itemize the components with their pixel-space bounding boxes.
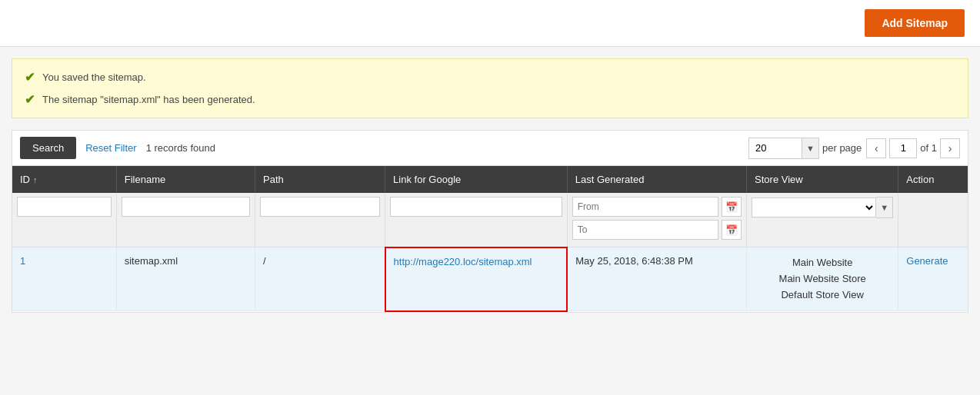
add-sitemap-button[interactable]: Add Sitemap <box>865 9 965 37</box>
per-page-chevron[interactable]: ▼ <box>802 138 819 159</box>
th-store-view: Store View <box>747 166 898 193</box>
records-found: 1 records found <box>146 142 215 154</box>
row-storeview-cell: Main Website Main Website Store Default … <box>747 247 898 311</box>
from-date-wrap: 📅 <box>572 197 742 217</box>
filter-path-input[interactable] <box>260 197 380 217</box>
th-id: ID ↑ <box>12 166 116 193</box>
store-view-line2: Main Website Store <box>755 271 890 287</box>
filter-action-cell <box>898 193 968 247</box>
success-text-2: The sitemap "sitemap.xml" has been gener… <box>42 94 255 105</box>
filter-link-cell <box>385 193 568 247</box>
prev-page-button[interactable]: ‹ <box>866 138 886 158</box>
toolbar-left: Search Reset Filter 1 records found <box>20 137 215 159</box>
success-message-1: ✔ You saved the sitemap. <box>25 70 952 85</box>
to-calendar-icon[interactable]: 📅 <box>722 220 742 240</box>
chevron-down-icon-store: ▼ <box>880 203 888 212</box>
page-total: of 1 <box>920 142 937 154</box>
generate-action-link[interactable]: Generate <box>906 255 948 267</box>
store-chevron-icon[interactable]: ▼ <box>876 197 893 218</box>
th-last-generated: Last Generated <box>567 166 746 193</box>
page-number-input[interactable] <box>889 138 917 158</box>
pagination: ‹ of 1 › <box>866 138 960 158</box>
filter-path-cell <box>255 193 385 247</box>
top-bar: Add Sitemap <box>0 0 980 47</box>
th-filename: Filename <box>116 166 255 193</box>
filter-id-input[interactable] <box>17 197 112 217</box>
filter-to-input[interactable] <box>572 220 718 240</box>
chevron-down-icon: ▼ <box>806 144 815 153</box>
filter-filename-input[interactable] <box>122 197 250 217</box>
filter-store-cell: ▼ <box>747 193 898 247</box>
th-id-label: ID <box>20 174 30 185</box>
to-date-wrap: 📅 <box>572 220 742 240</box>
row-google-link[interactable]: http://mage220.loc/sitemap.xml <box>394 256 532 267</box>
reset-filter-link[interactable]: Reset Filter <box>85 142 136 154</box>
filter-id-cell <box>12 193 116 247</box>
filter-date-cell: 📅 📅 <box>567 193 746 247</box>
per-page-select-wrap: 20 30 50 ▼ <box>748 138 819 159</box>
search-button[interactable]: Search <box>20 137 76 159</box>
row-path-cell: / <box>255 247 385 311</box>
row-lastgen-cell: May 25, 2018, 6:48:38 PM <box>567 247 746 311</box>
main-content: Search Reset Filter 1 records found 20 3… <box>12 130 968 313</box>
sitemap-table: ID ↑ Filename Path Link for Google Last … <box>12 166 968 312</box>
table-header-row: ID ↑ Filename Path Link for Google Last … <box>12 166 968 193</box>
toolbar: Search Reset Filter 1 records found 20 3… <box>12 131 968 166</box>
row-id-cell: 1 <box>12 247 116 311</box>
th-path: Path <box>255 166 385 193</box>
row-id-link[interactable]: 1 <box>20 255 25 267</box>
store-select-wrap: ▼ <box>752 197 893 218</box>
row-link-cell: http://mage220.loc/sitemap.xml <box>385 247 568 311</box>
th-action: Action <box>898 166 968 193</box>
filter-link-input[interactable] <box>390 197 562 217</box>
check-icon-2: ✔ <box>25 92 35 107</box>
th-link-google: Link for Google <box>385 166 568 193</box>
filter-row: 📅 📅 ▼ <box>12 193 968 247</box>
from-calendar-icon[interactable]: 📅 <box>722 197 742 217</box>
store-view-line3: Default Store View <box>755 287 890 304</box>
next-page-button[interactable]: › <box>940 138 960 158</box>
success-text-1: You saved the sitemap. <box>42 71 146 83</box>
row-action-cell: Generate <box>898 247 968 311</box>
filter-filename-cell <box>116 193 255 247</box>
store-view-select[interactable] <box>752 198 876 217</box>
success-message-2: ✔ The sitemap "sitemap.xml" has been gen… <box>25 92 952 107</box>
success-banner: ✔ You saved the sitemap. ✔ The sitemap "… <box>12 58 968 118</box>
filter-from-input[interactable] <box>572 197 718 217</box>
table-row: 1 sitemap.xml / http://mage220.loc/sitem… <box>12 247 968 311</box>
per-page-wrap: 20 30 50 ▼ per page <box>748 138 862 159</box>
per-page-label: per page <box>822 142 862 154</box>
check-icon-1: ✔ <box>25 70 35 85</box>
per-page-select[interactable]: 20 30 50 <box>748 138 802 159</box>
row-filename-cell: sitemap.xml <box>116 247 255 311</box>
toolbar-right: 20 30 50 ▼ per page ‹ of 1 › <box>748 138 960 159</box>
sort-up-icon[interactable]: ↑ <box>33 175 38 184</box>
store-view-line1: Main Website <box>755 255 890 271</box>
